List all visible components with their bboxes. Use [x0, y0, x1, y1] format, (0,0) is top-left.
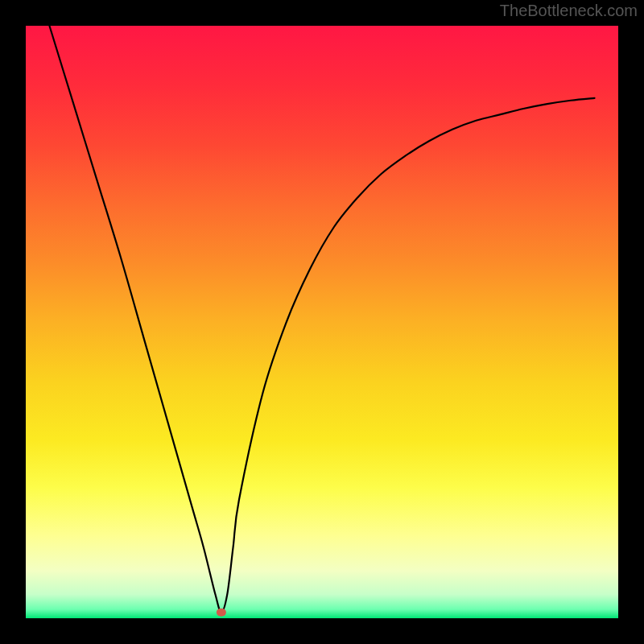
border-bottom: [0, 618, 644, 644]
border-left: [0, 0, 26, 644]
chart-plot-background: [26, 26, 618, 618]
bottleneck-min-marker: [217, 609, 226, 617]
border-right: [618, 0, 644, 644]
bottleneck-chart: [0, 0, 644, 644]
watermark-text: TheBottleneck.com: [500, 2, 638, 20]
